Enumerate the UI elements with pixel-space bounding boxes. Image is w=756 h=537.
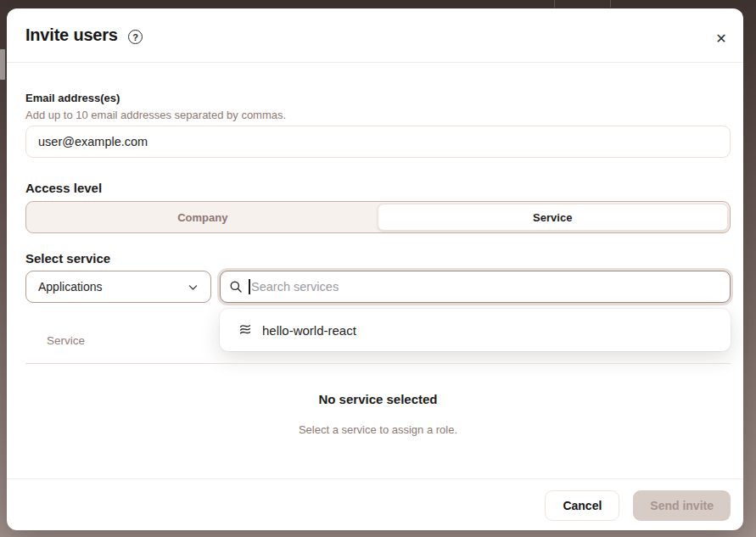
dialog-footer: Cancel Send invite — [7, 490, 743, 521]
header-divider — [7, 62, 743, 63]
cancel-button[interactable]: Cancel — [545, 490, 619, 521]
send-invite-button[interactable]: Send invite — [633, 490, 731, 521]
footer-divider — [7, 478, 743, 479]
stack-icon — [238, 323, 252, 337]
email-label: Email address(es) — [25, 92, 120, 104]
segment-service[interactable]: Service — [378, 204, 729, 231]
select-service-label: Select service — [25, 251, 110, 266]
email-helper-text: Add up to 10 email addresses separated b… — [25, 109, 286, 121]
table-divider — [25, 363, 731, 364]
chevron-down-icon — [188, 282, 199, 293]
dialog-title: Invite users — [25, 25, 118, 45]
background-nav-bar — [0, 0, 756, 8]
service-search — [220, 271, 731, 303]
service-type-dropdown[interactable]: Applications — [25, 271, 211, 303]
close-icon[interactable]: ✕ — [713, 30, 730, 47]
empty-state-title: No service selected — [25, 392, 731, 406]
search-input[interactable] — [220, 271, 731, 303]
dialog-header: Invite users ? ✕ — [7, 8, 743, 62]
access-level-segmented-control: Company Service — [25, 201, 731, 233]
background-page-text-fragment — [0, 49, 5, 80]
empty-state-subtitle: Select a service to assign a role. — [25, 423, 731, 436]
service-option-label: hello-world-react — [262, 323, 356, 338]
search-results-dropdown: hello-world-react — [220, 309, 731, 351]
help-icon[interactable]: ? — [128, 30, 143, 44]
background-nav-divider — [610, 0, 611, 8]
service-column-header: Service — [47, 334, 85, 347]
service-type-dropdown-value: Applications — [38, 280, 103, 294]
segment-company[interactable]: Company — [28, 204, 378, 231]
invite-users-dialog: Invite users ? ✕ Email address(es) Add u… — [7, 8, 743, 530]
access-level-label: Access level — [25, 181, 102, 195]
email-field[interactable] — [25, 126, 731, 158]
background-nav-divider — [554, 0, 555, 8]
service-option[interactable]: hello-world-react — [232, 314, 719, 346]
